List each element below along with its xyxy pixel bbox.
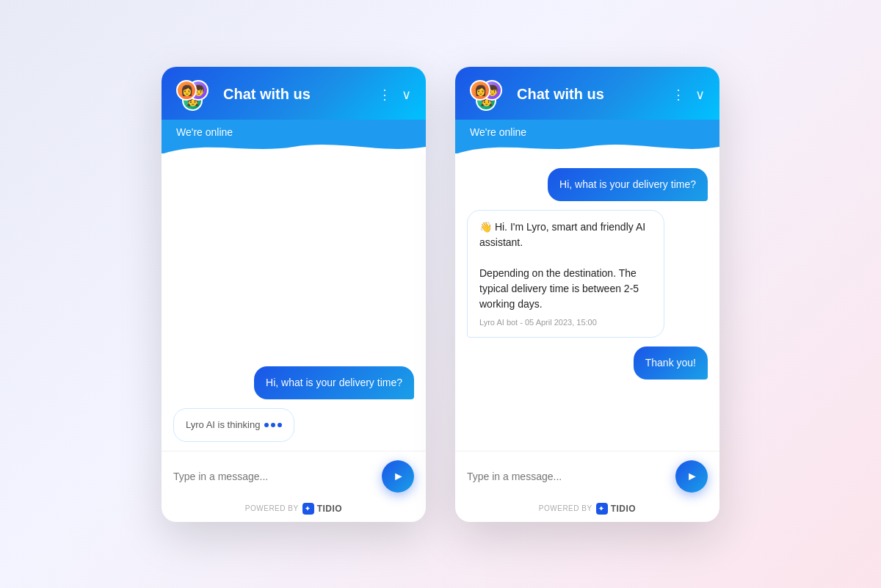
thinking-bubble-left: Lyro AI is thinking [173, 408, 294, 442]
online-text-right: We're online [470, 126, 526, 138]
chat-header-left: 👩 👦 👧 Chat with us ⋮ ∨ [162, 67, 426, 120]
header-icons-right: ⋮ ∨ [672, 87, 705, 103]
header-icons-left: ⋮ ∨ [378, 87, 411, 103]
chevron-icon-right[interactable]: ∨ [695, 87, 705, 103]
tidio-logo-left: ✦ TIDIO [302, 503, 343, 515]
avatar-1-right: 👩 [470, 80, 490, 101]
chat-widget-right: 👩 👦 👧 Chat with us ⋮ ∨ We're online [455, 67, 719, 522]
send-button-left[interactable]: ► [382, 460, 414, 493]
menu-icon-left[interactable]: ⋮ [378, 87, 391, 103]
chat-widget-left: 👩 👦 👧 Chat with us ⋮ ∨ We're online [162, 67, 426, 522]
avatar-group-left: 👩 👦 👧 [176, 80, 214, 109]
dot-1 [264, 423, 269, 427]
avatar-group-right: 👩 👦 👧 [470, 80, 508, 109]
messages-spacer-left [173, 168, 414, 358]
chat-header-right: 👩 👦 👧 Chat with us ⋮ ∨ [455, 67, 719, 120]
user-bubble-right-1: Hi, what is your delivery time? [548, 168, 708, 201]
menu-icon-right[interactable]: ⋮ [672, 87, 685, 103]
tidio-icon-glyph-right: ✦ [598, 505, 605, 512]
input-area-left: ► [162, 451, 426, 498]
user-msg-row-left: Hi, what is your delivery time? [173, 366, 414, 399]
powered-by-text-left: POWERED BY [245, 504, 299, 512]
message-input-left[interactable] [173, 471, 374, 482]
tidio-brand-left: TIDIO [317, 504, 343, 514]
input-area-right: ► [455, 451, 719, 498]
tidio-brand-right: TIDIO [611, 504, 637, 514]
send-button-right[interactable]: ► [675, 460, 708, 493]
powered-by-left: POWERED BY ✦ TIDIO [162, 498, 426, 522]
messages-area-left: Hi, what is your delivery time? Lyro AI … [162, 153, 426, 451]
page-wrapper: 👩 👦 👧 Chat with us ⋮ ∨ We're online [162, 67, 719, 522]
header-title-right: Chat with us [517, 86, 663, 103]
user-msg-row-right-2: Thank you! [467, 346, 708, 380]
avatar-1-left: 👩 [176, 80, 197, 101]
powered-by-text-right: POWERED BY [539, 504, 592, 512]
tidio-icon-glyph-left: ✦ [305, 505, 311, 512]
thinking-row-left: Lyro AI is thinking [173, 408, 414, 442]
chevron-icon-left[interactable]: ∨ [402, 87, 411, 103]
bot-line1: 👋 Hi. I'm Lyro, smart and friendly AI as… [479, 219, 652, 250]
dots-left [264, 423, 282, 427]
user-msg-row-right-1: Hi, what is your delivery time? [467, 168, 708, 201]
messages-area-right: Hi, what is your delivery time? 👋 Hi. I'… [455, 153, 719, 451]
avatar-face-r1: 👩 [474, 85, 487, 95]
bot-msg-row-right: 👋 Hi. I'm Lyro, smart and friendly AI as… [467, 210, 708, 338]
bot-text-line1: Hi. I'm Lyro, smart and friendly AI assi… [479, 221, 645, 248]
bot-timestamp: Lyro AI bot - 05 April 2023, 15:00 [479, 316, 652, 329]
online-text-left: We're online [176, 126, 233, 138]
online-bar-left: We're online [162, 120, 426, 153]
header-title-left: Chat with us [223, 86, 369, 103]
tidio-icon-left: ✦ [302, 503, 314, 515]
dot-2 [271, 423, 275, 427]
bot-line2: Depending on the destination. The typica… [479, 266, 652, 312]
online-bar-right: We're online [455, 120, 719, 153]
avatar-face-1: 👩 [181, 85, 193, 95]
message-input-right[interactable] [467, 471, 668, 482]
tidio-logo-right: ✦ TIDIO [596, 503, 637, 515]
powered-by-right: POWERED BY ✦ TIDIO [455, 498, 719, 522]
bot-emoji: 👋 [479, 221, 492, 233]
thinking-text-left: Lyro AI is thinking [186, 418, 260, 432]
send-icon-right: ► [686, 470, 698, 483]
wave-svg-left [162, 139, 426, 154]
user-bubble-left: Hi, what is your delivery time? [254, 366, 414, 399]
user-bubble-right-2: Thank you! [634, 346, 708, 380]
send-icon-left: ► [393, 470, 405, 483]
dot-3 [278, 423, 282, 427]
wave-svg-right [455, 139, 719, 154]
tidio-icon-right: ✦ [596, 503, 608, 515]
bot-bubble-right: 👋 Hi. I'm Lyro, smart and friendly AI as… [467, 210, 664, 338]
